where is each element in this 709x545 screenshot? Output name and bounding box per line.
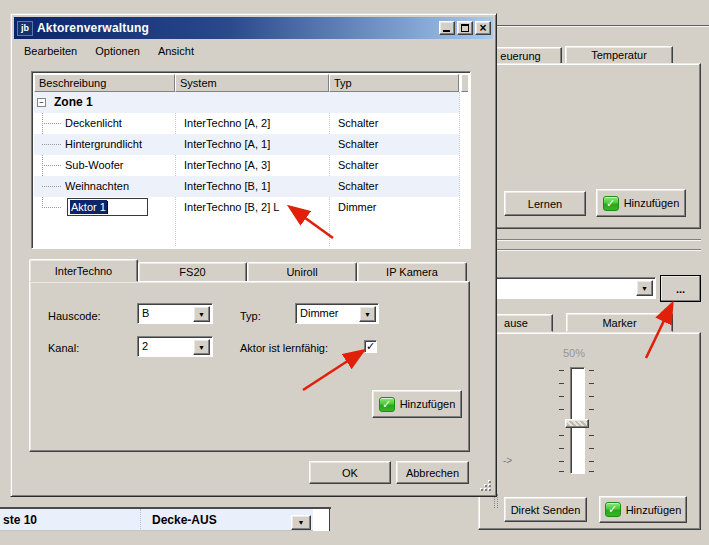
- minimize-button[interactable]: [439, 21, 455, 35]
- bg-combobox[interactable]: ▼: [478, 277, 656, 299]
- bg-list-row[interactable]: ste 10 Decke-AUS ▼: [0, 509, 313, 531]
- lernfaehig-checkbox[interactable]: ✓: [364, 340, 377, 353]
- green-check-icon: ✓: [605, 502, 621, 517]
- typ-label: Typ:: [240, 310, 261, 322]
- bg-tab-steuerung-label: euerung: [500, 50, 540, 62]
- window-title: Aktorenverwaltung: [37, 21, 437, 35]
- bg-list-column-separator: [140, 509, 141, 531]
- maximize-button[interactable]: [457, 21, 473, 35]
- menu-optionen[interactable]: Optionen: [86, 43, 149, 59]
- tab-uniroll[interactable]: Uniroll: [247, 262, 357, 282]
- table-row[interactable]: Sub-Woofer InterTechno [A, 3] Schalter: [34, 155, 459, 176]
- cell-typ: Schalter: [338, 176, 378, 197]
- direkt-senden-button[interactable]: Direkt Senden: [504, 497, 587, 522]
- bg-add-button-top[interactable]: ✓ Hinzufügen: [596, 189, 686, 217]
- row-name-edit-field[interactable]: Aktor 1: [67, 198, 148, 216]
- slider[interactable]: [556, 365, 596, 477]
- typ-select[interactable]: Dimmer ▼: [295, 303, 379, 324]
- actor-table: Beschreibung System Typ − Zone 1 Deckenl…: [31, 71, 471, 249]
- bg-arrow-text: ->: [503, 455, 512, 466]
- bg-tab-temperatur[interactable]: Temperatur: [565, 46, 673, 64]
- typ-value: Dimmer: [300, 307, 339, 319]
- text-caret: [107, 201, 108, 214]
- cell-system: InterTechno [B, 1]: [184, 176, 270, 197]
- ok-button[interactable]: OK: [309, 461, 391, 484]
- bg-list-white-strip: [313, 509, 330, 531]
- chevron-down-icon[interactable]: ▼: [359, 306, 376, 322]
- bg-add-button-top-label: Hinzufügen: [624, 197, 680, 209]
- tab-intertechno[interactable]: InterTechno: [29, 259, 138, 282]
- tab-label: InterTechno: [55, 265, 112, 277]
- hauscode-value: B: [142, 307, 149, 319]
- intertechno-tab-panel: Hauscode: B ▼ Typ: Dimmer ▼ Kanal: 2 ▼ A…: [29, 281, 470, 452]
- chevron-down-icon[interactable]: ▼: [193, 306, 210, 322]
- direkt-senden-button-label: Direkt Senden: [511, 504, 581, 516]
- hauscode-select[interactable]: B ▼: [137, 303, 213, 324]
- table-row-editing[interactable]: Aktor 1 InterTechno [B, 2] L Dimmer: [34, 197, 459, 218]
- chevron-down-icon[interactable]: ▼: [636, 280, 653, 296]
- bg-separator-2: [497, 249, 701, 251]
- bg-list-cell-taste: ste 10: [3, 513, 37, 527]
- tab-fs20[interactable]: FS20: [138, 262, 247, 282]
- kanal-select[interactable]: 2 ▼: [137, 336, 213, 357]
- green-check-icon: ✓: [603, 196, 619, 211]
- bg-separator-1: [497, 239, 701, 241]
- resize-grip[interactable]: [480, 480, 492, 492]
- cell-system: InterTechno [A, 3]: [184, 155, 270, 176]
- tab-label: IP Kamera: [386, 266, 438, 278]
- kanal-label: Kanal:: [48, 342, 79, 354]
- group-row-zone1[interactable]: − Zone 1: [34, 92, 459, 113]
- lernen-button[interactable]: Lernen: [504, 191, 586, 216]
- kanal-value: 2: [142, 340, 148, 352]
- cancel-button-label: Abbrechen: [406, 467, 459, 479]
- ellipsis-button[interactable]: ...: [660, 275, 701, 302]
- cell-system: InterTechno [B, 2] L: [184, 197, 279, 218]
- bg-tab-marker-label: Marker: [602, 317, 636, 329]
- table-row[interactable]: Deckenlicht InterTechno [A, 2] Schalter: [34, 113, 459, 134]
- app-icon: jb: [17, 21, 33, 36]
- title-bar[interactable]: jb Aktorenverwaltung ×: [14, 17, 493, 39]
- dialog-add-button-label: Hinzufügen: [400, 398, 456, 410]
- minimize-icon: [443, 30, 450, 32]
- slider-thumb[interactable]: [565, 419, 589, 428]
- cell-beschreibung: Deckenlicht: [65, 113, 122, 134]
- bg-tab-temperatur-label: Temperatur: [591, 49, 647, 61]
- cell-beschreibung: Sub-Woofer: [65, 155, 124, 176]
- ok-button-label: OK: [342, 467, 358, 479]
- maximize-icon: [461, 24, 469, 32]
- table-row[interactable]: Hintergrundlicht InterTechno [A, 1] Scha…: [34, 134, 459, 155]
- column-header-system[interactable]: System: [175, 74, 329, 92]
- bg-tab-hause-label: ause: [504, 317, 528, 329]
- lernen-button-label: Lernen: [528, 198, 562, 210]
- bg-add-button-bottom[interactable]: ✓ Hinzufügen: [599, 496, 687, 523]
- bg-top-separator: [497, 25, 709, 27]
- hauscode-label: Hauscode:: [48, 310, 101, 322]
- cell-beschreibung: Weihnachten: [65, 176, 129, 197]
- lernfaehig-label: Aktor ist lernfähig:: [240, 342, 328, 354]
- chevron-down-icon[interactable]: ▼: [193, 339, 210, 355]
- collapse-icon[interactable]: −: [37, 98, 46, 107]
- tab-ip-kamera[interactable]: IP Kamera: [357, 262, 467, 282]
- cell-typ: Schalter: [338, 113, 378, 134]
- cell-typ: Schalter: [338, 155, 378, 176]
- cell-typ: Dimmer: [338, 197, 377, 218]
- chevron-down-icon: ▼: [298, 519, 305, 526]
- bg-list-dropdown-button[interactable]: ▼: [291, 515, 311, 530]
- cancel-button[interactable]: Abbrechen: [396, 461, 469, 484]
- cell-typ: Schalter: [338, 134, 378, 155]
- ellipsis-button-label: ...: [676, 283, 685, 295]
- cell-system: InterTechno [A, 2]: [184, 113, 270, 134]
- close-button[interactable]: ×: [475, 21, 491, 35]
- cell-beschreibung: Hintergrundlicht: [65, 134, 142, 155]
- bg-tab-marker[interactable]: Marker: [566, 313, 673, 332]
- checkmark-icon: ✓: [366, 340, 375, 352]
- column-header-beschreibung[interactable]: Beschreibung: [34, 74, 175, 92]
- menu-bar: Bearbeiten Optionen Ansicht: [15, 42, 203, 60]
- menu-ansicht[interactable]: Ansicht: [149, 43, 203, 59]
- column-header-typ[interactable]: Typ: [329, 74, 459, 92]
- aktorenverwaltung-dialog: jb Aktorenverwaltung × Bearbeiten Option…: [10, 13, 497, 497]
- dialog-add-button[interactable]: ✓ Hinzufügen: [372, 390, 462, 418]
- table-row[interactable]: Weihnachten InterTechno [B, 1] Schalter: [34, 176, 459, 197]
- slider-value-label: 50%: [563, 347, 585, 359]
- menu-bearbeiten[interactable]: Bearbeiten: [15, 43, 86, 59]
